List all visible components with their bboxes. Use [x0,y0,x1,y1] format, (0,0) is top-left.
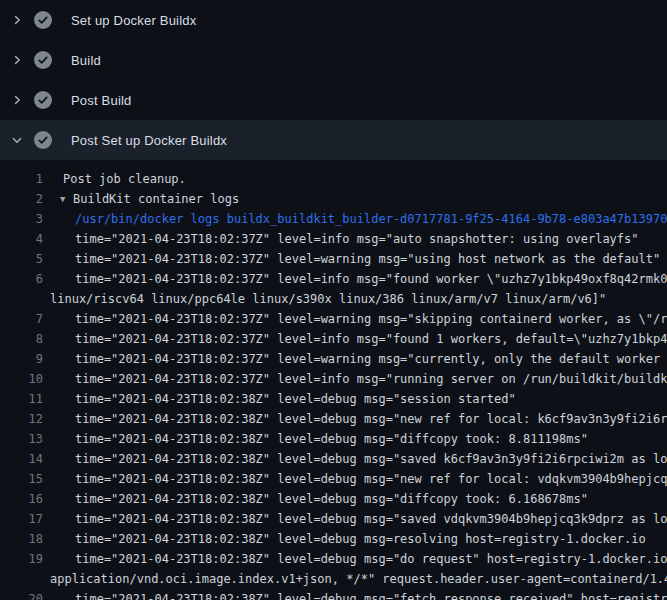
log-text: time="2021-04-23T18:02:38Z" level=debug … [45,469,667,489]
line-number[interactable]: 10 [0,369,45,389]
log-line: 5 time="2021-04-23T18:02:37Z" level=warn… [0,249,667,269]
step-label: Build [71,53,101,68]
log-line: 18 time="2021-04-23T18:02:38Z" level=deb… [0,529,667,549]
log-text: time="2021-04-23T18:02:38Z" level=debug … [45,429,667,449]
log-line: 9 time="2021-04-23T18:02:37Z" level=warn… [0,349,667,369]
step-label: Post Build [71,93,132,108]
log-line: 4 time="2021-04-23T18:02:37Z" level=info… [0,229,667,249]
step-section-list: Set up Docker Buildx Build Post Build Po… [0,0,667,160]
line-number[interactable]: 19 [0,549,45,569]
line-number[interactable]: 12 [0,409,45,429]
log-text: time="2021-04-23T18:02:37Z" level=warnin… [45,309,667,329]
log-line: 16 time="2021-04-23T18:02:38Z" level=deb… [0,489,667,509]
log-text: time="2021-04-23T18:02:38Z" level=debug … [45,549,667,569]
chevron-right-icon[interactable] [0,54,34,66]
check-circle-icon [34,131,52,149]
actions-log-viewer: Set up Docker Buildx Build Post Build Po… [0,0,667,600]
log-line: 10 time="2021-04-23T18:02:37Z" level=inf… [0,369,667,389]
line-number[interactable]: 4 [0,229,45,249]
log-line: 13 time="2021-04-23T18:02:38Z" level=deb… [0,429,667,449]
step-header-post-build[interactable]: Post Build [0,80,667,120]
log-line: 1 Post job cleanup. [0,169,667,189]
chevron-right-icon[interactable] [0,14,34,26]
check-circle-icon [34,11,52,29]
step-header-build[interactable]: Build [0,40,667,80]
step-header-set-up-docker-buildx[interactable]: Set up Docker Buildx [0,0,667,40]
step-header-post-set-up-docker-buildx[interactable]: Post Set up Docker Buildx [0,120,667,160]
log-line: 17 time="2021-04-23T18:02:38Z" level=deb… [0,509,667,529]
line-number[interactable]: 15 [0,469,45,489]
log-text: time="2021-04-23T18:02:37Z" level=info m… [45,229,667,249]
line-number[interactable]: 18 [0,529,45,549]
log-text: linux/riscv64 linux/ppc64le linux/s390x … [45,289,667,309]
log-line: 2 ▼BuildKit container logs [0,189,667,209]
log-text: time="2021-04-23T18:02:38Z" level=debug … [45,529,667,549]
log-line: 14 time="2021-04-23T18:02:38Z" level=deb… [0,449,667,469]
step-label: Set up Docker Buildx [71,13,196,28]
log-line: 20 time="2021-04-23T18:02:38Z" level=deb… [0,589,667,600]
log-line: 3 /usr/bin/docker logs buildx_buildkit_b… [0,209,667,229]
log-text: time="2021-04-23T18:02:38Z" level=debug … [45,409,667,429]
check-circle-icon [34,91,52,109]
log-line: 7 time="2021-04-23T18:02:37Z" level=warn… [0,309,667,329]
line-number[interactable]: 16 [0,489,45,509]
log-line: 19 time="2021-04-23T18:02:38Z" level=deb… [0,549,667,569]
line-number[interactable]: 17 [0,509,45,529]
line-number[interactable]: 8 [0,329,45,349]
log-text: time="2021-04-23T18:02:37Z" level=warnin… [45,349,667,369]
log-text: time="2021-04-23T18:02:37Z" level=warnin… [45,249,667,269]
log-text: time="2021-04-23T18:02:38Z" level=debug … [45,389,667,409]
log-text: application/vnd.oci.image.index.v1+json,… [45,569,667,589]
triangle-down-icon: ▼ [60,189,73,209]
log-text: time="2021-04-23T18:02:37Z" level=info m… [45,269,667,289]
chevron-down-icon[interactable] [0,134,34,146]
line-number[interactable]: 14 [0,449,45,469]
log-line: 8 time="2021-04-23T18:02:37Z" level=info… [0,329,667,349]
line-number[interactable]: 6 [0,269,45,289]
line-number[interactable]: 13 [0,429,45,449]
check-circle-icon [34,51,52,69]
log-text: time="2021-04-23T18:02:37Z" level=info m… [45,329,667,349]
line-number[interactable]: 20 [0,589,45,600]
line-number[interactable]: 2 [0,189,45,209]
line-number[interactable]: 1 [0,169,45,189]
log-text: time="2021-04-23T18:02:38Z" level=debug … [45,489,667,509]
line-number[interactable]: 7 [0,309,45,329]
log-text: time="2021-04-23T18:02:37Z" level=info m… [45,369,667,389]
log-line: 15 time="2021-04-23T18:02:38Z" level=deb… [0,469,667,489]
log-line: linux/riscv64 linux/ppc64le linux/s390x … [0,289,667,309]
line-number [0,569,45,589]
log-group-toggle[interactable]: ▼BuildKit container logs [45,189,667,209]
log-text: time="2021-04-23T18:02:38Z" level=debug … [45,509,667,529]
chevron-right-icon[interactable] [0,94,34,106]
step-label: Post Set up Docker Buildx [71,133,227,148]
log-line: application/vnd.oci.image.index.v1+json,… [0,569,667,589]
line-number[interactable]: 3 [0,209,45,229]
log-text: time="2021-04-23T18:02:38Z" level=debug … [45,449,667,469]
log-area: 1 Post job cleanup. 2 ▼BuildKit containe… [0,160,667,600]
line-number [0,289,45,309]
line-number[interactable]: 11 [0,389,45,409]
log-line: 12 time="2021-04-23T18:02:38Z" level=deb… [0,409,667,429]
log-line: 11 time="2021-04-23T18:02:38Z" level=deb… [0,389,667,409]
line-number[interactable]: 5 [0,249,45,269]
line-number[interactable]: 9 [0,349,45,369]
log-text: time="2021-04-23T18:02:38Z" level=debug … [45,589,667,600]
log-line: 6 time="2021-04-23T18:02:37Z" level=info… [0,269,667,289]
log-text: Post job cleanup. [45,169,667,189]
log-command-text: /usr/bin/docker logs buildx_buildkit_bui… [45,209,667,229]
